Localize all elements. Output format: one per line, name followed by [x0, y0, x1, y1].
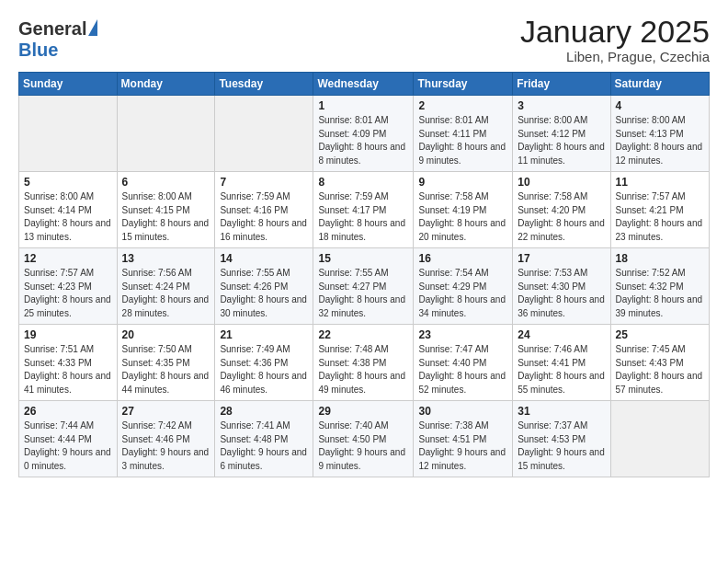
day-number: 16 [418, 252, 507, 265]
header: General Blue January 2025 Liben, Prague,… [18, 15, 710, 64]
day-cell: 6Sunrise: 8:00 AMSunset: 4:15 PMDaylight… [117, 172, 215, 248]
day-info: Sunrise: 7:59 AMSunset: 4:17 PMDaylight:… [318, 190, 408, 244]
day-cell: 23Sunrise: 7:47 AMSunset: 4:40 PMDayligh… [414, 325, 513, 401]
day-cell: 30Sunrise: 7:38 AMSunset: 4:51 PMDayligh… [414, 401, 513, 477]
day-info: Sunrise: 7:59 AMSunset: 4:16 PMDaylight:… [220, 190, 308, 244]
day-number: 20 [122, 328, 210, 341]
day-info: Sunrise: 8:01 AMSunset: 4:11 PMDaylight:… [418, 114, 507, 167]
day-info: Sunrise: 7:50 AMSunset: 4:35 PMDaylight:… [122, 343, 210, 396]
logo: General Blue [18, 18, 97, 61]
day-cell: 27Sunrise: 7:42 AMSunset: 4:46 PMDayligh… [117, 401, 215, 477]
day-info: Sunrise: 7:47 AMSunset: 4:40 PMDaylight:… [418, 343, 507, 396]
weekday-wednesday: Wednesday [313, 73, 414, 96]
day-number: 28 [220, 405, 308, 418]
day-cell [19, 96, 118, 172]
day-number: 1 [318, 99, 408, 112]
location: Liben, Prague, Czechia [520, 49, 710, 64]
day-number: 31 [518, 405, 605, 418]
day-cell [117, 96, 215, 172]
day-cell: 3Sunrise: 8:00 AMSunset: 4:12 PMDaylight… [513, 96, 610, 172]
day-info: Sunrise: 7:55 AMSunset: 4:27 PMDaylight:… [318, 267, 408, 320]
calendar-table: SundayMondayTuesdayWednesdayThursdayFrid… [18, 72, 710, 477]
day-number: 27 [122, 405, 210, 418]
day-cell: 18Sunrise: 7:52 AMSunset: 4:32 PMDayligh… [610, 248, 709, 325]
day-number: 26 [24, 405, 112, 418]
day-cell: 28Sunrise: 7:41 AMSunset: 4:48 PMDayligh… [215, 401, 313, 477]
logo-blue-text: Blue [18, 40, 58, 61]
day-number: 9 [418, 176, 507, 189]
day-cell: 4Sunrise: 8:00 AMSunset: 4:13 PMDaylight… [610, 96, 709, 172]
weekday-header-row: SundayMondayTuesdayWednesdayThursdayFrid… [19, 73, 710, 96]
day-cell: 14Sunrise: 7:55 AMSunset: 4:26 PMDayligh… [215, 248, 313, 325]
week-row-4: 26Sunrise: 7:44 AMSunset: 4:44 PMDayligh… [19, 401, 710, 477]
day-number: 22 [318, 328, 408, 341]
day-number: 4 [616, 99, 704, 112]
week-row-1: 5Sunrise: 8:00 AMSunset: 4:14 PMDaylight… [19, 172, 710, 248]
day-number: 17 [518, 252, 605, 265]
day-number: 18 [616, 252, 704, 265]
day-number: 7 [220, 176, 308, 189]
day-info: Sunrise: 7:57 AMSunset: 4:21 PMDaylight:… [616, 190, 704, 244]
day-info: Sunrise: 7:56 AMSunset: 4:24 PMDaylight:… [122, 267, 210, 320]
day-info: Sunrise: 7:46 AMSunset: 4:41 PMDaylight:… [518, 343, 605, 396]
weekday-tuesday: Tuesday [215, 73, 313, 96]
day-info: Sunrise: 8:00 AMSunset: 4:15 PMDaylight:… [122, 190, 210, 244]
weekday-saturday: Saturday [610, 73, 709, 96]
day-number: 23 [418, 328, 507, 341]
day-cell: 20Sunrise: 7:50 AMSunset: 4:35 PMDayligh… [117, 325, 215, 401]
day-cell: 25Sunrise: 7:45 AMSunset: 4:43 PMDayligh… [610, 325, 709, 401]
page: General Blue January 2025 Liben, Prague,… [0, 0, 728, 563]
day-info: Sunrise: 7:52 AMSunset: 4:32 PMDaylight:… [616, 267, 704, 320]
day-info: Sunrise: 8:00 AMSunset: 4:14 PMDaylight:… [24, 190, 112, 244]
day-number: 19 [24, 328, 112, 341]
day-cell: 21Sunrise: 7:49 AMSunset: 4:36 PMDayligh… [215, 325, 313, 401]
title-block: January 2025 Liben, Prague, Czechia [520, 15, 710, 64]
day-info: Sunrise: 7:40 AMSunset: 4:50 PMDaylight:… [318, 419, 408, 473]
day-cell: 15Sunrise: 7:55 AMSunset: 4:27 PMDayligh… [313, 248, 414, 325]
week-row-0: 1Sunrise: 8:01 AMSunset: 4:09 PMDaylight… [19, 96, 710, 172]
logo-triangle-icon [88, 19, 97, 36]
weekday-monday: Monday [117, 73, 215, 96]
day-number: 13 [122, 252, 210, 265]
day-number: 24 [518, 328, 605, 341]
day-number: 2 [418, 99, 507, 112]
day-number: 3 [518, 99, 605, 112]
week-row-3: 19Sunrise: 7:51 AMSunset: 4:33 PMDayligh… [19, 325, 710, 401]
month-title: January 2025 [520, 15, 710, 49]
day-info: Sunrise: 7:44 AMSunset: 4:44 PMDaylight:… [24, 419, 112, 473]
day-info: Sunrise: 7:55 AMSunset: 4:26 PMDaylight:… [220, 267, 308, 320]
day-info: Sunrise: 7:57 AMSunset: 4:23 PMDaylight:… [24, 267, 112, 320]
day-info: Sunrise: 7:49 AMSunset: 4:36 PMDaylight:… [220, 343, 308, 396]
day-cell: 10Sunrise: 7:58 AMSunset: 4:20 PMDayligh… [513, 172, 610, 248]
day-cell: 24Sunrise: 7:46 AMSunset: 4:41 PMDayligh… [513, 325, 610, 401]
day-cell: 1Sunrise: 8:01 AMSunset: 4:09 PMDaylight… [313, 96, 414, 172]
day-cell: 31Sunrise: 7:37 AMSunset: 4:53 PMDayligh… [513, 401, 610, 477]
day-info: Sunrise: 8:01 AMSunset: 4:09 PMDaylight:… [318, 114, 408, 167]
day-number: 21 [220, 328, 308, 341]
day-cell: 13Sunrise: 7:56 AMSunset: 4:24 PMDayligh… [117, 248, 215, 325]
day-number: 12 [24, 252, 112, 265]
day-number: 11 [616, 176, 704, 189]
day-info: Sunrise: 7:41 AMSunset: 4:48 PMDaylight:… [220, 419, 308, 473]
day-info: Sunrise: 7:37 AMSunset: 4:53 PMDaylight:… [518, 419, 605, 473]
day-number: 5 [24, 176, 112, 189]
weekday-sunday: Sunday [19, 73, 118, 96]
day-number: 30 [418, 405, 507, 418]
day-info: Sunrise: 7:51 AMSunset: 4:33 PMDaylight:… [24, 343, 112, 396]
day-info: Sunrise: 7:38 AMSunset: 4:51 PMDaylight:… [418, 419, 507, 473]
day-info: Sunrise: 7:53 AMSunset: 4:30 PMDaylight:… [518, 267, 605, 320]
day-cell: 19Sunrise: 7:51 AMSunset: 4:33 PMDayligh… [19, 325, 118, 401]
day-cell: 8Sunrise: 7:59 AMSunset: 4:17 PMDaylight… [313, 172, 414, 248]
day-cell: 26Sunrise: 7:44 AMSunset: 4:44 PMDayligh… [19, 401, 118, 477]
day-info: Sunrise: 7:42 AMSunset: 4:46 PMDaylight:… [122, 419, 210, 473]
weekday-friday: Friday [513, 73, 610, 96]
logo-general-text: General [18, 18, 86, 40]
day-info: Sunrise: 8:00 AMSunset: 4:12 PMDaylight:… [518, 114, 605, 167]
day-number: 8 [318, 176, 408, 189]
day-info: Sunrise: 7:54 AMSunset: 4:29 PMDaylight:… [418, 267, 507, 320]
day-cell: 22Sunrise: 7:48 AMSunset: 4:38 PMDayligh… [313, 325, 414, 401]
day-number: 14 [220, 252, 308, 265]
day-cell [215, 96, 313, 172]
day-cell: 12Sunrise: 7:57 AMSunset: 4:23 PMDayligh… [19, 248, 118, 325]
day-number: 6 [122, 176, 210, 189]
